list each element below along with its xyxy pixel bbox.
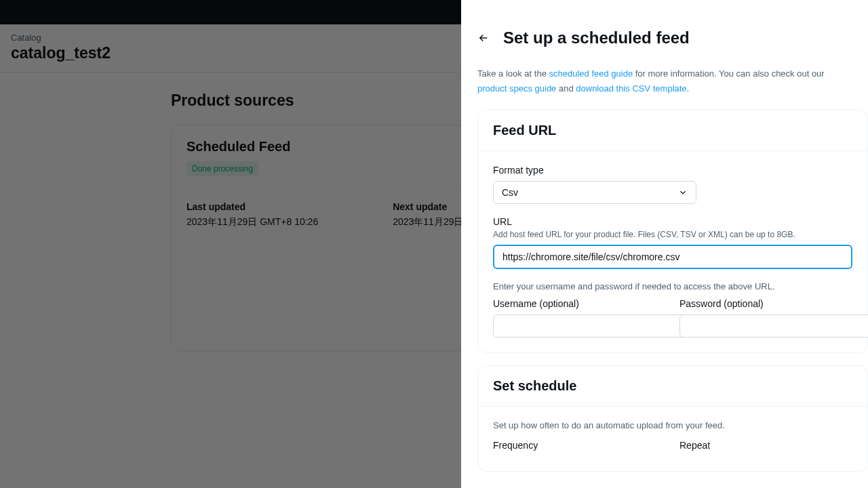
scheduled-feed-guide-link[interactable]: scheduled feed guide	[549, 68, 633, 79]
format-type-label: Format type	[493, 165, 852, 176]
chevron-down-icon	[678, 188, 688, 197]
drawer-title: Set up a scheduled feed	[503, 28, 690, 47]
format-type-value: Csv	[502, 187, 518, 198]
password-input[interactable]	[679, 314, 868, 338]
username-field: Username (optional)	[493, 298, 666, 338]
username-input[interactable]	[493, 314, 696, 338]
help-mid: for more information. You can also check…	[633, 68, 825, 79]
url-hint: Add host feed URL for your product file.…	[493, 230, 852, 239]
frequency-label: Frequency	[493, 440, 666, 451]
url-input[interactable]	[493, 245, 852, 269]
back-arrow-icon[interactable]	[477, 32, 490, 44]
download-csv-template-link[interactable]: download this CSV template	[576, 83, 686, 94]
repeat-field: Repeat	[679, 440, 852, 456]
format-type-field: Format type Csv	[493, 165, 852, 204]
set-schedule-panel: Set schedule Set up how often to do an a…	[477, 365, 868, 472]
format-type-select[interactable]: Csv	[493, 181, 696, 204]
product-specs-guide-link[interactable]: product specs guide	[477, 83, 556, 94]
credentials-hint: Enter your username and password if need…	[493, 281, 852, 291]
frequency-field: Frequency	[493, 440, 666, 456]
password-field: Password (optional)	[679, 298, 852, 338]
help-text: Take a look at the scheduled feed guide …	[461, 66, 868, 110]
schedule-hint: Set up how often to do an automatic uplo…	[493, 420, 852, 430]
username-label: Username (optional)	[493, 298, 666, 309]
url-field: URL Add host feed URL for your product f…	[493, 216, 852, 269]
help-end: .	[687, 83, 690, 94]
feed-url-heading: Feed URL	[478, 110, 867, 151]
help-post: and	[556, 83, 576, 94]
set-schedule-heading: Set schedule	[478, 366, 867, 407]
help-pre: Take a look at the	[477, 68, 549, 79]
repeat-label: Repeat	[679, 440, 852, 451]
password-label: Password (optional)	[679, 298, 852, 309]
url-label: URL	[493, 216, 852, 227]
feed-url-panel: Feed URL Format type Csv URL Add host fe…	[477, 110, 868, 353]
drawer-panel: Set up a scheduled feed Take a look at t…	[461, 0, 868, 488]
